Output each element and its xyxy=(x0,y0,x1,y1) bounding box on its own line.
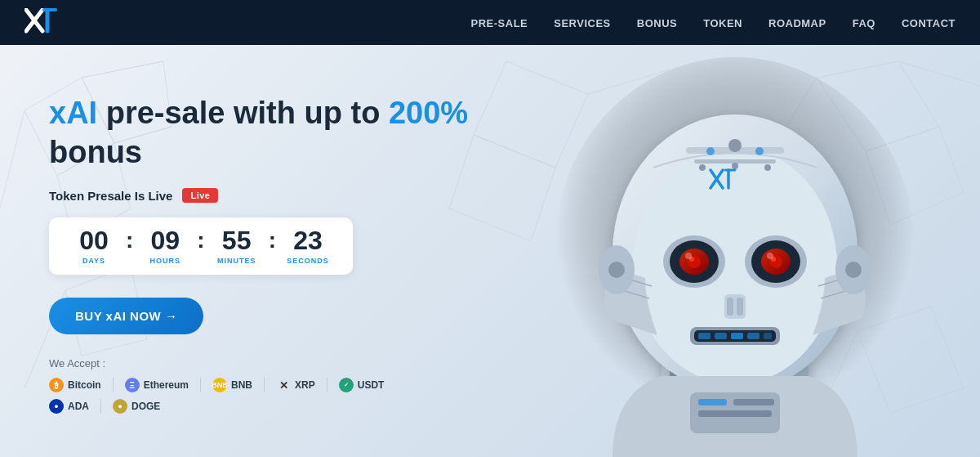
svg-point-36 xyxy=(764,164,771,171)
xrp-label: XRP xyxy=(295,379,315,391)
bitcoin-icon: ₿ xyxy=(49,378,64,392)
hero-content: xAI pre-sale with up to 200% bonus Token… xyxy=(49,94,468,414)
nav-services[interactable]: SERVICES xyxy=(554,17,611,29)
svg-point-69 xyxy=(608,262,625,278)
we-accept-label: We Accept : xyxy=(49,357,468,370)
svg-line-8 xyxy=(82,61,163,78)
we-accept-section: We Accept : ₿ Bitcoin Ξ Ethereum BNB BNB… xyxy=(49,357,468,414)
nav-links: PRE-SALE SERVICES BONUS TOKEN ROADMAP FA… xyxy=(471,16,956,30)
bnb-label: BNB xyxy=(231,379,252,391)
crypto-bnb: BNB BNB xyxy=(201,378,265,392)
nav-contact[interactable]: CONTACT xyxy=(902,17,956,29)
ada-label: ADA xyxy=(68,401,89,412)
svg-point-73 xyxy=(755,147,764,155)
ethereum-icon: Ξ xyxy=(125,378,140,392)
live-badge: Live xyxy=(182,188,218,203)
bnb-icon: BNB xyxy=(212,378,227,392)
countdown-timer: 00 DAYS : 09 HOURS : 55 MINUTES : 23 SEC… xyxy=(49,217,353,275)
svg-rect-59 xyxy=(737,298,743,316)
crypto-list-row1: ₿ Bitcoin Ξ Ethereum BNB BNB ✕ XRP ✓ U xyxy=(49,378,468,392)
svg-point-35 xyxy=(732,163,738,169)
svg-rect-75 xyxy=(698,399,727,405)
days-label: DAYS xyxy=(65,257,122,265)
nav-bonus[interactable]: BONUS xyxy=(637,17,677,29)
nav-faq[interactable]: FAQ xyxy=(853,17,875,29)
hours-label: HOURS xyxy=(136,257,194,265)
crypto-ethereum: Ξ Ethereum xyxy=(114,378,201,392)
countdown-colon-3: : xyxy=(265,227,279,253)
countdown-colon-1: : xyxy=(122,227,136,253)
svg-point-71 xyxy=(728,139,742,152)
usdt-icon: ✓ xyxy=(339,378,354,392)
svg-point-34 xyxy=(699,164,706,171)
logo[interactable] xyxy=(24,8,57,38)
svg-rect-58 xyxy=(727,298,733,316)
bitcoin-label: Bitcoin xyxy=(68,379,101,391)
minutes-value: 55 xyxy=(208,227,265,253)
nav-token[interactable]: TOKEN xyxy=(703,17,742,29)
xrp-icon: ✕ xyxy=(276,378,291,392)
svg-rect-65 xyxy=(747,333,760,339)
countdown-days: 00 DAYS xyxy=(65,227,122,265)
buy-button[interactable]: BUY xAI NOW → xyxy=(49,298,203,334)
doge-icon: ● xyxy=(113,399,127,414)
crypto-xrp: ✕ XRP xyxy=(265,378,327,392)
crypto-list-row2: ● ADA ● DOGE xyxy=(49,399,468,414)
hero-section: xAI pre-sale with up to 200% bonus Token… xyxy=(0,45,980,457)
countdown-colon-2: : xyxy=(194,227,207,253)
headline-text: pre-sale with up to xyxy=(97,96,389,130)
ethereum-label: Ethereum xyxy=(144,379,189,391)
headline-percent: 200% xyxy=(389,96,468,130)
crypto-usdt: ✓ USDT xyxy=(327,378,396,392)
seconds-label: SECONDS xyxy=(279,257,336,265)
crypto-doge: ● DOGE xyxy=(101,399,172,414)
presale-live-row: Token Presale Is Live Live xyxy=(49,188,468,203)
svg-point-70 xyxy=(845,262,862,278)
svg-point-52 xyxy=(767,253,773,259)
nav-roadmap[interactable]: ROADMAP xyxy=(768,17,826,29)
crypto-bitcoin: ₿ Bitcoin xyxy=(49,378,114,392)
hero-headline: xAI pre-sale with up to 200% bonus xyxy=(49,94,468,172)
svg-rect-64 xyxy=(731,333,743,339)
countdown-minutes: 55 MINUTES xyxy=(208,227,265,265)
svg-rect-76 xyxy=(733,399,774,405)
doge-label: DOGE xyxy=(131,401,160,412)
usdt-label: USDT xyxy=(358,379,385,391)
days-value: 00 xyxy=(65,227,122,253)
svg-rect-77 xyxy=(698,410,772,417)
countdown-hours: 09 HOURS xyxy=(136,227,194,265)
presale-live-text: Token Presale Is Live xyxy=(49,189,172,203)
robot-image xyxy=(490,45,980,457)
hours-value: 09 xyxy=(136,227,194,253)
headline-xai: xAI xyxy=(49,96,97,130)
minutes-label: MINUTES xyxy=(208,257,265,265)
crypto-ada: ● ADA xyxy=(49,399,101,414)
svg-rect-66 xyxy=(764,333,772,339)
svg-point-51 xyxy=(685,253,692,259)
svg-point-72 xyxy=(706,147,715,155)
svg-line-7 xyxy=(0,110,24,208)
svg-rect-63 xyxy=(715,333,727,339)
seconds-value: 23 xyxy=(279,227,336,253)
countdown-seconds: 23 SECONDS xyxy=(279,227,336,265)
navbar: PRE-SALE SERVICES BONUS TOKEN ROADMAP FA… xyxy=(0,0,980,45)
ada-icon: ● xyxy=(49,399,64,414)
svg-rect-62 xyxy=(698,333,710,339)
headline-bonus: bonus xyxy=(49,135,142,169)
nav-presale[interactable]: PRE-SALE xyxy=(471,17,528,29)
